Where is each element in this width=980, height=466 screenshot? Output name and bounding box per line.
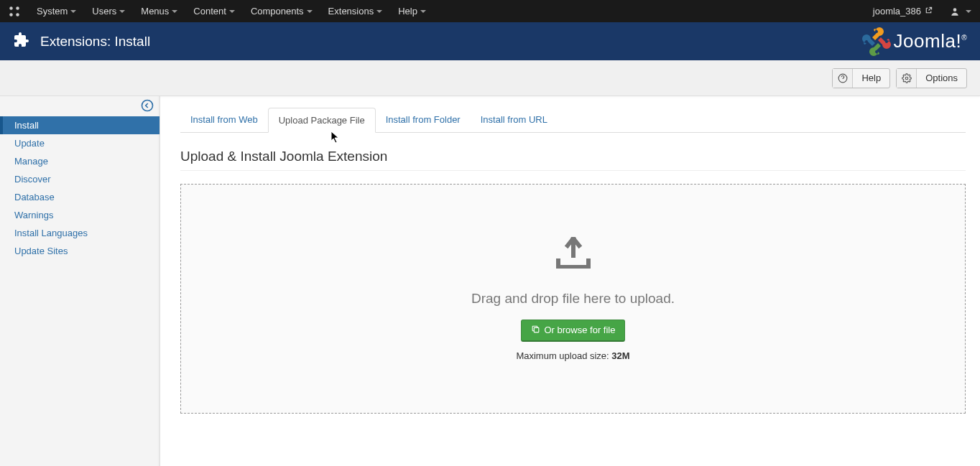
user-icon bbox=[950, 6, 960, 17]
caret-icon bbox=[376, 10, 382, 13]
tab-upload-package-file[interactable]: Upload Package File bbox=[268, 108, 376, 133]
site-link[interactable]: joomla_386 bbox=[864, 0, 941, 22]
joomla-logo[interactable]: Joomla!® bbox=[862, 27, 967, 56]
tab-install-from-folder[interactable]: Install from Folder bbox=[376, 108, 471, 133]
sidebar-item-update-sites[interactable]: Update Sites bbox=[0, 242, 160, 260]
admin-top-bar: System Users Menus Content Components Ex… bbox=[0, 0, 980, 22]
sidebar-item-warnings[interactable]: Warnings bbox=[0, 206, 160, 224]
gear-icon bbox=[897, 69, 917, 88]
sidebar-item-update[interactable]: Update bbox=[0, 134, 160, 152]
toolbar: Help Options bbox=[0, 60, 980, 96]
max-upload-size: Maximum upload size: 32M bbox=[516, 350, 629, 361]
svg-point-3 bbox=[16, 13, 19, 17]
caret-icon bbox=[307, 10, 313, 13]
top-right: joomla_386 bbox=[864, 0, 980, 22]
caret-icon bbox=[172, 10, 177, 13]
main-layout: Install Update Manage Discover Database … bbox=[0, 96, 980, 466]
menu-help[interactable]: Help bbox=[390, 0, 434, 22]
sidebar-item-install[interactable]: Install bbox=[0, 116, 160, 134]
caret-icon bbox=[70, 10, 76, 13]
tab-install-from-web[interactable]: Install from Web bbox=[180, 108, 268, 133]
main-content: Install from Web Upload Package File Ins… bbox=[160, 96, 980, 466]
caret-icon bbox=[119, 10, 125, 13]
sidebar-item-database[interactable]: Database bbox=[0, 188, 160, 206]
browse-file-button[interactable]: Or browse for file bbox=[521, 320, 626, 342]
page-header: Extensions: Install Joomla!® bbox=[0, 22, 980, 60]
external-link-icon bbox=[925, 6, 933, 17]
menu-users[interactable]: Users bbox=[84, 0, 133, 22]
page-title: Extensions: Install bbox=[40, 34, 150, 50]
svg-point-1 bbox=[16, 6, 19, 10]
caret-icon bbox=[420, 10, 426, 13]
drop-text: Drag and drop file here to upload. bbox=[471, 291, 675, 307]
menu-content[interactable]: Content bbox=[185, 0, 243, 22]
help-icon bbox=[833, 69, 853, 88]
svg-rect-8 bbox=[534, 327, 539, 332]
menu-components[interactable]: Components bbox=[243, 0, 320, 22]
user-menu[interactable] bbox=[941, 0, 980, 22]
copy-icon bbox=[531, 325, 540, 336]
svg-point-6 bbox=[905, 77, 908, 80]
top-menu: System Users Menus Content Components Ex… bbox=[29, 0, 864, 22]
puzzle-icon bbox=[13, 32, 30, 51]
joomla-icon[interactable] bbox=[0, 0, 29, 22]
tab-install-from-url[interactable]: Install from URL bbox=[471, 108, 558, 133]
options-button[interactable]: Options bbox=[896, 68, 967, 88]
svg-point-4 bbox=[953, 8, 957, 11]
caret-icon bbox=[966, 10, 971, 13]
svg-point-0 bbox=[9, 6, 13, 10]
sidebar: Install Update Manage Discover Database … bbox=[0, 96, 160, 466]
menu-system[interactable]: System bbox=[29, 0, 84, 22]
sidebar-item-discover[interactable]: Discover bbox=[0, 170, 160, 188]
upload-icon bbox=[554, 237, 593, 271]
collapse-sidebar-icon[interactable] bbox=[141, 99, 154, 114]
sidebar-nav: Install Update Manage Discover Database … bbox=[0, 116, 160, 260]
menu-extensions[interactable]: Extensions bbox=[320, 0, 391, 22]
upload-dropzone[interactable]: Drag and drop file here to upload. Or br… bbox=[180, 184, 966, 414]
help-button[interactable]: Help bbox=[832, 68, 890, 88]
svg-point-2 bbox=[9, 13, 13, 17]
install-tabs: Install from Web Upload Package File Ins… bbox=[180, 107, 966, 133]
sidebar-item-install-languages[interactable]: Install Languages bbox=[0, 224, 160, 242]
content-title: Upload & Install Joomla Extension bbox=[180, 149, 966, 171]
svg-point-7 bbox=[142, 100, 153, 111]
menu-menus[interactable]: Menus bbox=[133, 0, 185, 22]
sidebar-item-manage[interactable]: Manage bbox=[0, 152, 160, 170]
caret-icon bbox=[229, 10, 235, 13]
